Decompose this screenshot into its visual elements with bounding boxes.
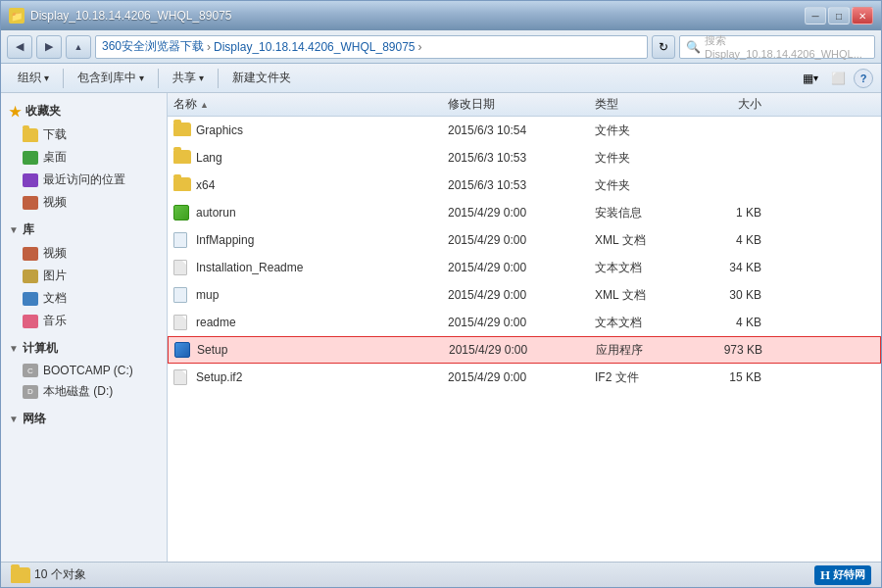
- file-icon-container: [173, 232, 191, 248]
- up-button[interactable]: ▲: [66, 35, 91, 59]
- organize-arrow: ▾: [44, 73, 49, 83]
- file-date: 2015/4/29 0:00: [448, 370, 595, 384]
- share-arrow: ▾: [199, 73, 204, 83]
- file-type: XML 文档: [595, 232, 693, 249]
- toolbar-sep-1: [63, 69, 64, 88]
- sidebar-item-desktop[interactable]: 桌面: [1, 146, 167, 169]
- sidebar-item-video-fav[interactable]: 视频: [1, 191, 167, 214]
- col-size-label: 大小: [738, 97, 761, 111]
- sidebar-desktop-label: 桌面: [43, 149, 67, 166]
- search-box[interactable]: 🔍 搜索 Display_10.18.14.4206_WHQL...: [679, 35, 875, 59]
- table-row[interactable]: autorun 2015/4/29 0:00 安装信息 1 KB: [168, 199, 881, 226]
- file-name: Lang: [196, 151, 448, 165]
- file-type: 文本文档: [595, 315, 693, 331]
- file-type: XML 文档: [595, 287, 693, 304]
- window: 📁 Display_10.18.14.4206_WHQL_89075 ─ □ ✕…: [0, 0, 882, 588]
- sidebar-computer-header[interactable]: ▼ 计算机: [1, 336, 167, 361]
- sidebar-item-localdisk[interactable]: D 本地磁盘 (D:): [1, 380, 167, 403]
- folder-icon: [173, 177, 191, 191]
- maximize-button[interactable]: □: [828, 7, 850, 24]
- exe-icon: [174, 342, 190, 358]
- table-row[interactable]: Lang 2015/6/3 10:53 文件夹: [168, 144, 881, 172]
- view-icon-button[interactable]: ▦ ▾: [799, 67, 822, 90]
- col-header-size[interactable]: 大小: [693, 96, 771, 113]
- localdisk-drive-icon: D: [23, 385, 38, 399]
- library-arrow-icon: ▼: [9, 224, 19, 235]
- toolbar-right: ▦ ▾ ⬜ ?: [799, 67, 873, 90]
- sidebar-item-recent[interactable]: 最近访问的位置: [1, 169, 167, 191]
- share-label: 共享: [172, 70, 196, 86]
- table-row[interactable]: Installation_Readme 2015/4/29 0:00 文本文档 …: [168, 254, 881, 281]
- refresh-button[interactable]: ↻: [652, 35, 675, 59]
- file-type: 安装信息: [595, 205, 693, 221]
- sidebar-item-download[interactable]: 下载: [1, 123, 167, 146]
- folder-icon: [173, 150, 191, 164]
- table-row[interactable]: mup 2015/4/29 0:00 XML 文档 30 KB: [168, 281, 881, 309]
- title-bar-left: 📁 Display_10.18.14.4206_WHQL_89075: [9, 8, 231, 24]
- sidebar-item-document[interactable]: 文档: [1, 287, 167, 310]
- table-row[interactable]: Setup.if2 2015/4/29 0:00 IF2 文件 15 KB: [168, 364, 881, 391]
- col-type-label: 类型: [595, 97, 618, 111]
- main-content: ★ 收藏夹 下载 桌面 最近访问的位置 视频: [1, 93, 881, 562]
- help-button[interactable]: ?: [854, 69, 873, 88]
- download-folder-icon: [23, 128, 38, 142]
- table-row[interactable]: Graphics 2015/6/3 10:54 文件夹: [168, 117, 881, 144]
- file-size: 973 KB: [694, 343, 772, 357]
- xml-icon: [173, 287, 187, 303]
- sidebar-section-computer: ▼ 计算机 C BOOTCAMP (C:) D 本地磁盘 (D:): [1, 336, 167, 403]
- col-header-name[interactable]: 名称 ▲: [173, 96, 448, 113]
- breadcrumb-root[interactable]: 360安全浏览器下载: [102, 38, 204, 55]
- file-name: x64: [196, 178, 448, 192]
- forward-button[interactable]: ▶: [36, 35, 62, 59]
- file-type: 文件夹: [595, 150, 693, 167]
- sidebar-download-label: 下载: [43, 126, 67, 143]
- table-row[interactable]: x64 2015/6/3 10:53 文件夹: [168, 172, 881, 199]
- file-date: 2015/6/3 10:53: [448, 151, 595, 165]
- file-date: 2015/4/29 0:00: [448, 233, 595, 247]
- add-to-library-button[interactable]: 包含到库中 ▾: [69, 67, 153, 90]
- toolbar-sep-2: [158, 69, 159, 88]
- view-list-button[interactable]: ⬜: [826, 67, 850, 90]
- file-icon-container: [173, 287, 191, 303]
- close-button[interactable]: ✕: [852, 7, 873, 24]
- sidebar-library-header[interactable]: ▼ 库: [1, 218, 167, 242]
- file-name: autorun: [196, 206, 448, 220]
- col-header-type[interactable]: 类型: [595, 96, 693, 113]
- file-size: 30 KB: [693, 288, 771, 302]
- sidebar-item-picture[interactable]: 图片: [1, 265, 167, 287]
- sidebar-bootcamp-label: BOOTCAMP (C:): [43, 364, 133, 377]
- organize-button[interactable]: 组织 ▾: [9, 67, 58, 90]
- haote-badge: H 好特网: [814, 565, 871, 585]
- table-row[interactable]: readme 2015/4/29 0:00 文本文档 4 KB: [168, 309, 881, 336]
- col-header-date[interactable]: 修改日期: [448, 96, 595, 113]
- file-list: 名称 ▲ 修改日期 类型 大小 Graphics 2015/6/3 10:54 …: [168, 93, 881, 562]
- new-folder-button[interactable]: 新建文件夹: [223, 67, 300, 90]
- window-title: Display_10.18.14.4206_WHQL_89075: [30, 9, 231, 23]
- share-button[interactable]: 共享 ▾: [164, 67, 213, 90]
- back-button[interactable]: ◀: [7, 35, 32, 59]
- bootcamp-drive-icon: C: [23, 364, 38, 377]
- sidebar-network-header[interactable]: ▼ 网络: [1, 407, 167, 431]
- file-date: 2015/4/29 0:00: [448, 261, 595, 274]
- file-name: mup: [196, 288, 448, 302]
- sidebar-item-video-lib[interactable]: 视频: [1, 242, 167, 265]
- sidebar-section-library: ▼ 库 视频 图片 文档 音乐: [1, 218, 167, 332]
- file-date: 2015/6/3 10:53: [448, 178, 595, 192]
- sidebar-recent-label: 最近访问的位置: [43, 172, 125, 188]
- table-row[interactable]: Setup 2015/4/29 0:00 应用程序 973 KB: [168, 336, 881, 364]
- address-bar: ◀ ▶ ▲ 360安全浏览器下载 › Display_10.18.14.4206…: [1, 30, 881, 64]
- add-to-library-arrow: ▾: [139, 73, 144, 83]
- minimize-button[interactable]: ─: [805, 7, 826, 24]
- search-placeholder: 搜索 Display_10.18.14.4206_WHQL...: [705, 33, 868, 60]
- breadcrumb-current[interactable]: Display_10.18.14.4206_WHQL_89075: [214, 40, 415, 54]
- sidebar-item-bootcamp[interactable]: C BOOTCAMP (C:): [1, 361, 167, 380]
- address-path[interactable]: 360安全浏览器下载 › Display_10.18.14.4206_WHQL_…: [95, 35, 648, 59]
- status-bar: 10 个对象 H 好特网: [1, 562, 881, 587]
- table-row[interactable]: InfMapping 2015/4/29 0:00 XML 文档 4 KB: [168, 226, 881, 254]
- file-icon-container: [173, 369, 191, 385]
- favorites-star-icon: ★: [9, 104, 22, 120]
- sidebar-document-label: 文档: [43, 290, 67, 307]
- folder-title-icon: 📁: [9, 8, 24, 24]
- sidebar-item-music[interactable]: 音乐: [1, 310, 167, 332]
- sidebar-favorites-header[interactable]: ★ 收藏夹: [1, 99, 167, 123]
